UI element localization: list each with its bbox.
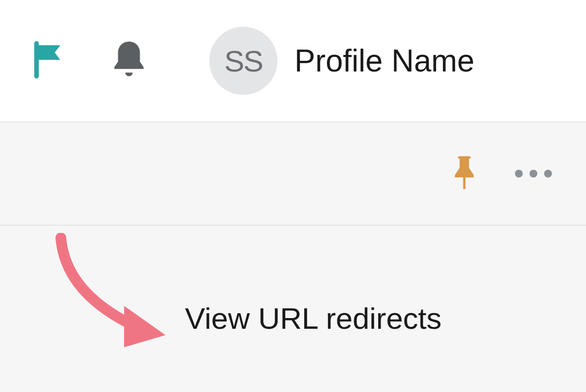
pin-icon[interactable] [450, 154, 478, 194]
profile-name-label: Profile Name [294, 43, 475, 79]
profile-section[interactable]: SS Profile Name [209, 27, 475, 95]
bell-icon[interactable] [107, 38, 151, 84]
arrow-annotation-icon [46, 233, 183, 355]
avatar-initials: SS [224, 44, 263, 78]
app-header: SS Profile Name [0, 0, 586, 123]
flag-icon[interactable] [29, 38, 73, 84]
more-icon[interactable] [515, 170, 552, 178]
avatar: SS [209, 27, 277, 95]
view-url-redirects-link[interactable]: View URL redirects [185, 302, 441, 335]
content-area: View URL redirects [0, 226, 586, 336]
more-dot [530, 170, 537, 178]
more-dot [515, 170, 523, 178]
toolbar [0, 123, 586, 226]
more-dot [544, 170, 552, 178]
